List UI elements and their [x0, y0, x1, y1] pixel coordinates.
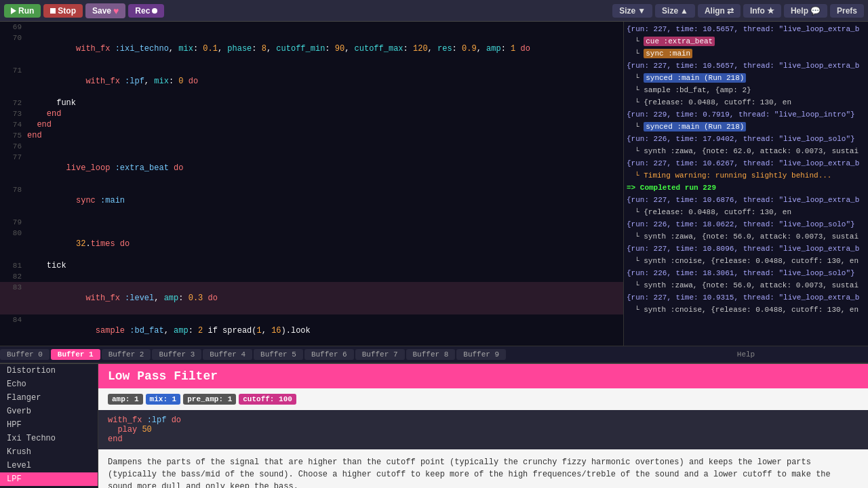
buffer-tab-3[interactable]: Buffer 3	[152, 349, 201, 360]
log-entry: {run: 227, time: 10.5657, thread: "live_…	[627, 61, 865, 70]
sidebar-item-flanger[interactable]: Flanger	[0, 391, 98, 405]
sidebar-item-lpf[interactable]: LPF	[0, 472, 98, 486]
help-button[interactable]: Help 💬	[784, 4, 827, 18]
sidebar-item-ixi-techno[interactable]: Ixi Techno	[0, 432, 98, 445]
run-label: Run	[18, 6, 34, 16]
size-plus-label: Size	[662, 6, 678, 16]
log-entry: └ synth :cnoise, {release: 0.0488, cutof…	[627, 305, 865, 314]
log-panel: {run: 227, time: 10.5657, thread: "live_…	[624, 22, 868, 346]
buffer-tab-9[interactable]: Buffer 9	[456, 349, 506, 360]
buffer-tab-7[interactable]: Buffer 7	[355, 349, 405, 360]
rec-dot-icon	[152, 8, 157, 14]
sidebar-item-hpf[interactable]: HPF	[0, 418, 98, 432]
help-content-panel: Low Pass Filter amp: 1mix: 1pre_amp: 1cu…	[98, 364, 868, 488]
log-entry: └ sync :main	[627, 49, 865, 58]
code-line-73: 73 end	[0, 108, 623, 119]
param-badge-mix: mix: 1	[146, 394, 181, 405]
code-line-69: 69	[0, 22, 623, 33]
save-label: Save	[92, 6, 111, 16]
code-line-79: 79	[0, 217, 623, 228]
param-badge-pre_amp: pre_amp: 1	[183, 394, 236, 405]
code-line-84: 84 sample :bd_fat, amp: 2 if spread(1, 1…	[0, 314, 623, 346]
log-entry: {run: 229, time: 0.7919, thread: "live_l…	[627, 110, 865, 119]
log-entry: └ synth :zawa, {note: 56.0, attack: 0.00…	[627, 232, 865, 241]
align-icon: ⇄	[727, 6, 734, 16]
rec-label: Rec	[135, 6, 150, 16]
help-title: Low Pass Filter	[98, 364, 868, 388]
rec-button[interactable]: Rec	[128, 4, 164, 18]
buffer-tab-5[interactable]: Buffer 5	[254, 349, 303, 360]
code-line-71: 71 with_fx :lpf, mix: 0 do	[0, 65, 623, 98]
prefs-label: Prefs	[837, 6, 857, 16]
info-button[interactable]: Info ★	[743, 4, 781, 18]
buffer-tab-8[interactable]: Buffer 8	[406, 349, 456, 360]
stop-button[interactable]: Stop	[43, 4, 83, 18]
code-editor[interactable]: 69 70 with_fx :ixi_techno, mix: 0.1, pha…	[0, 22, 624, 346]
code-line-75: 75 end	[0, 130, 623, 141]
sidebar-item-gverb[interactable]: Gverb	[0, 405, 98, 418]
plus-icon: ▲	[680, 6, 688, 16]
log-entry: └ synth :zawa, {note: 62.0, attack: 0.00…	[627, 146, 865, 156]
log-entry: └ synced :main (Run 218)	[627, 122, 865, 131]
sidebar-item-level[interactable]: Level	[0, 459, 98, 472]
log-entry: {run: 226, time: 18.3061, thread: "live_…	[627, 268, 865, 278]
code-line-83: 83 with_fx :level, amp: 0.3 do	[0, 282, 623, 314]
log-entry: {run: 226, time: 17.9402, thread: "live_…	[627, 134, 865, 144]
size-minus-label: Size	[619, 6, 635, 16]
code-line-81: 81 tick	[0, 260, 623, 271]
minus-icon: ▼	[637, 6, 646, 16]
help-description: Dampens the parts of the signal that are…	[98, 449, 868, 488]
buffer-tab-6[interactable]: Buffer 6	[304, 349, 354, 360]
stop-icon	[50, 8, 56, 14]
code-line-78: 78 sync :main	[0, 184, 623, 217]
log-entry: └ sample :bd_fat, {amp: 2}	[627, 85, 865, 95]
param-badge-amp: amp: 1	[108, 394, 143, 405]
run-button[interactable]: Run	[4, 4, 41, 18]
buffer-tab-4[interactable]: Buffer 4	[203, 349, 252, 360]
help-params-row: amp: 1mix: 1pre_amp: 1cutoff: 100	[98, 388, 868, 410]
buffer-tab-area: Buffer 0Buffer 1Buffer 2Buffer 3Buffer 4…	[0, 349, 624, 360]
log-entry: └ {release: 0.0488, cutoff: 130, en	[627, 207, 865, 217]
stop-label: Stop	[58, 6, 76, 16]
sidebar-item-distortion[interactable]: Distortion	[0, 364, 98, 378]
buffer-tabs-row: Buffer 0Buffer 1Buffer 2Buffer 3Buffer 4…	[0, 346, 868, 363]
buffer-help-label: Help	[624, 350, 868, 359]
log-entry: {run: 227, time: 10.6876, thread: "live_…	[627, 195, 865, 205]
info-star-icon: ★	[767, 6, 774, 16]
log-entry: {run: 227, time: 10.5657, thread: "live_…	[627, 24, 865, 34]
code-line-70: 70 with_fx :ixi_techno, mix: 0.1, phase:…	[0, 33, 623, 65]
log-entry: └ synth :zawa, {note: 56.0, attack: 0.00…	[627, 281, 865, 290]
bottom-panel: DistortionEchoFlangerGverbHPFIxi TechnoK…	[0, 363, 868, 488]
prefs-button[interactable]: Prefs	[830, 4, 864, 18]
main-area: 69 70 with_fx :ixi_techno, mix: 0.1, pha…	[0, 22, 868, 346]
help-code-example: with_fx :lpf do play 50 end	[98, 410, 868, 449]
buffer-tab-1[interactable]: Buffer 1	[51, 349, 100, 360]
align-button[interactable]: Align ⇄	[698, 4, 741, 18]
play-icon	[11, 7, 16, 14]
save-button[interactable]: Save ♥	[85, 3, 125, 18]
log-entry: └ {release: 0.0488, cutoff: 130, en	[627, 98, 865, 107]
size-minus-button[interactable]: Size ▼	[612, 4, 652, 18]
log-entry: └ synth :cnoise, {release: 0.0488, cutof…	[627, 256, 865, 266]
log-entry: └ synced :main (Run 218)	[627, 73, 865, 83]
sidebar-item-echo[interactable]: Echo	[0, 378, 98, 391]
log-entry: └ Timing warning: running slightly behin…	[627, 171, 865, 180]
help-chat-icon: 💬	[810, 6, 821, 16]
log-entry: {run: 227, time: 10.9315, thread: "live_…	[627, 293, 865, 302]
code-line-74: 74 end	[0, 119, 623, 130]
info-label: Info	[750, 6, 765, 16]
sidebar-item-krush[interactable]: Krush	[0, 445, 98, 459]
log-entry: {run: 227, time: 10.8096, thread: "live_…	[627, 244, 865, 253]
log-completed: => Completed run 229	[627, 183, 865, 192]
toolbar: Run Stop Save ♥ Rec Size ▼ Size ▲ Align …	[0, 0, 868, 22]
code-line-76: 76	[0, 141, 623, 152]
code-line-72: 72 funk	[0, 98, 623, 108]
help-label: Help	[791, 6, 808, 16]
code-line-77: 77 live_loop :extra_beat do	[0, 152, 623, 184]
buffer-tab-2[interactable]: Buffer 2	[102, 349, 151, 360]
code-line-82: 82	[0, 271, 623, 282]
size-plus-button[interactable]: Size ▲	[655, 4, 695, 18]
log-entry: {run: 227, time: 10.6267, thread: "live_…	[627, 159, 865, 168]
buffer-tab-0[interactable]: Buffer 0	[0, 349, 50, 360]
param-badge-cutoff: cutoff: 100	[239, 394, 296, 405]
